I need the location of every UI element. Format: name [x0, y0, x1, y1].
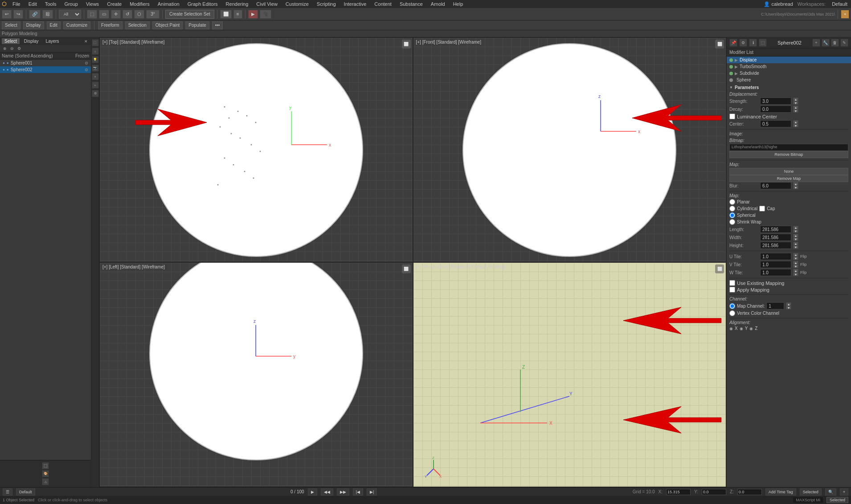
- center-down[interactable]: ▼: [793, 124, 798, 127]
- display-tab[interactable]: Display: [23, 21, 44, 29]
- v-tile-up[interactable]: ▲: [793, 261, 798, 264]
- menu-file[interactable]: File: [11, 1, 22, 7]
- search-btn[interactable]: 🔍: [825, 488, 836, 496]
- render-setup-button[interactable]: 🎥: [260, 10, 271, 19]
- add-time-tag-btn[interactable]: Add Time Tag: [765, 488, 796, 496]
- scene-expand-btn[interactable]: ⊕: [2, 46, 8, 51]
- length-up[interactable]: ▲: [793, 226, 798, 229]
- redo-button[interactable]: ↪: [13, 10, 23, 19]
- decay-down[interactable]: ▼: [793, 109, 798, 113]
- scene-object-sphere002[interactable]: ● ● Sphere002 ⚙: [0, 66, 91, 73]
- menu-civil-view[interactable]: Civil View: [254, 1, 279, 7]
- scene-object-sphere001[interactable]: ● ● Sphere001 ⚙: [0, 60, 91, 66]
- length-down[interactable]: ▼: [793, 229, 798, 233]
- z-coord-input[interactable]: [737, 489, 762, 495]
- tool-helpers[interactable]: +: [92, 73, 99, 80]
- menu-customize[interactable]: Customize: [284, 1, 311, 7]
- width-input[interactable]: [760, 234, 791, 241]
- menu-help[interactable]: Help: [451, 1, 465, 7]
- modifier-sphere[interactable]: Sphere: [727, 77, 851, 83]
- length-input[interactable]: [760, 226, 791, 233]
- menu-group[interactable]: Group: [62, 1, 80, 7]
- rp-icon-4[interactable]: ✎: [840, 39, 848, 47]
- plus-btn[interactable]: +: [840, 488, 848, 496]
- menu-create[interactable]: Create: [105, 1, 123, 7]
- render-frame-button[interactable]: ●: [841, 10, 849, 19]
- width-up[interactable]: ▲: [793, 234, 798, 237]
- selected-bottom-btn[interactable]: Selected: [800, 488, 822, 496]
- rp-pin-btn[interactable]: 📌: [729, 39, 737, 47]
- viewport-top[interactable]: [+] [Top] [Standard] [Wireframe] ⬜: [99, 37, 413, 262]
- scene-close-button[interactable]: ✕: [83, 39, 89, 44]
- scene-tab-display[interactable]: Display: [21, 38, 41, 44]
- object-paint-btn[interactable]: Object Paint: [152, 21, 183, 29]
- remove-bitmap-btn[interactable]: Remove Bitmap: [729, 151, 848, 158]
- height-up[interactable]: ▲: [793, 242, 798, 245]
- parameters-header[interactable]: Parameters: [729, 85, 848, 90]
- rp-config-btn[interactable]: ⚙: [739, 39, 747, 47]
- blur-down[interactable]: ▼: [793, 186, 798, 189]
- center-input[interactable]: [760, 120, 791, 127]
- shrink-wrap-radio[interactable]: [729, 219, 735, 225]
- viewport-left[interactable]: [+] [Left] [Standard] [Wireframe] ⬜ y z: [99, 262, 413, 487]
- u-tile-input[interactable]: [760, 253, 791, 260]
- map-none-btn[interactable]: None: [729, 168, 848, 175]
- play-btn[interactable]: ▶: [308, 488, 317, 496]
- map-channel-input[interactable]: [766, 302, 784, 309]
- geometry-tool[interactable]: △: [42, 478, 49, 485]
- rp-icon-3[interactable]: 🗑: [831, 39, 839, 47]
- rotate-button[interactable]: ↺: [123, 10, 132, 19]
- modifier-turbosmooth[interactable]: ▶ TurboSmooth: [727, 63, 851, 70]
- scale-button[interactable]: ⬡: [134, 10, 144, 19]
- last-frame-btn[interactable]: ▶|: [367, 488, 377, 496]
- percent-button[interactable]: 3°: [146, 10, 160, 19]
- modifier-displace[interactable]: ▶ Displace: [727, 57, 851, 63]
- tool-shape[interactable]: ○: [92, 48, 99, 55]
- menu-interactive[interactable]: Interactive: [342, 1, 368, 7]
- vertex-color-radio[interactable]: [729, 310, 735, 316]
- selection-filter-dropdown[interactable]: All: [59, 10, 81, 19]
- undo-button[interactable]: ↩: [2, 10, 12, 19]
- height-down[interactable]: ▼: [793, 245, 798, 249]
- v-tile-input[interactable]: [760, 261, 791, 268]
- strength-input[interactable]: [760, 98, 791, 105]
- map-channel-down[interactable]: ▼: [786, 306, 791, 309]
- apply-mapping-check[interactable]: [729, 287, 735, 293]
- menu-arnold[interactable]: Arnold: [429, 1, 447, 7]
- strength-up[interactable]: ▲: [793, 98, 798, 101]
- scene-tab-select[interactable]: Select: [2, 38, 20, 44]
- rp-select-all-btn[interactable]: ⬚: [759, 39, 767, 47]
- viewport-front[interactable]: [+] [Front] [Standard] [Wireframe] ⬜ x z: [413, 37, 727, 262]
- tool-lights[interactable]: 💡: [92, 56, 99, 63]
- menu-content[interactable]: Content: [372, 1, 393, 7]
- prev-frame-btn[interactable]: ◀◀: [321, 488, 333, 496]
- menu-rendering[interactable]: Rendering: [224, 1, 250, 7]
- u-tile-up[interactable]: ▲: [793, 253, 798, 256]
- customize-tab[interactable]: Customize: [63, 21, 90, 29]
- x-coord-input[interactable]: [666, 489, 691, 495]
- w-tile-down[interactable]: ▼: [793, 272, 798, 276]
- height-input[interactable]: [760, 242, 791, 249]
- planar-radio[interactable]: [729, 199, 735, 205]
- v-tile-down[interactable]: ▼: [793, 264, 798, 268]
- decay-up[interactable]: ▲: [793, 106, 798, 109]
- y-coord-input[interactable]: [702, 489, 726, 495]
- select-region-button[interactable]: ▭: [99, 10, 109, 19]
- default-btn[interactable]: Default: [16, 488, 35, 496]
- rp-info-btn[interactable]: ℹ: [749, 39, 757, 47]
- mod-eye-subdivide[interactable]: [729, 72, 733, 75]
- menu-substance[interactable]: Substance: [398, 1, 425, 7]
- tool-spacewarps[interactable]: ≈: [92, 81, 99, 89]
- map-channel-radio[interactable]: [729, 303, 735, 309]
- blur-input[interactable]: [760, 182, 791, 189]
- width-down[interactable]: ▼: [793, 237, 798, 241]
- modifier-subdivide[interactable]: ▶ Subdivide: [727, 70, 851, 77]
- menu-graph-editors[interactable]: Graph Editors: [186, 1, 220, 7]
- u-tile-down[interactable]: ▼: [793, 256, 798, 260]
- edit-tab[interactable]: Edit: [47, 21, 61, 29]
- scene-tab-layers[interactable]: Layers: [43, 38, 62, 44]
- tool-cameras[interactable]: 📷: [92, 65, 99, 72]
- w-tile-up[interactable]: ▲: [793, 269, 798, 272]
- rp-icon-2[interactable]: 🔧: [822, 39, 830, 47]
- mod-eye-sphere[interactable]: [729, 78, 733, 82]
